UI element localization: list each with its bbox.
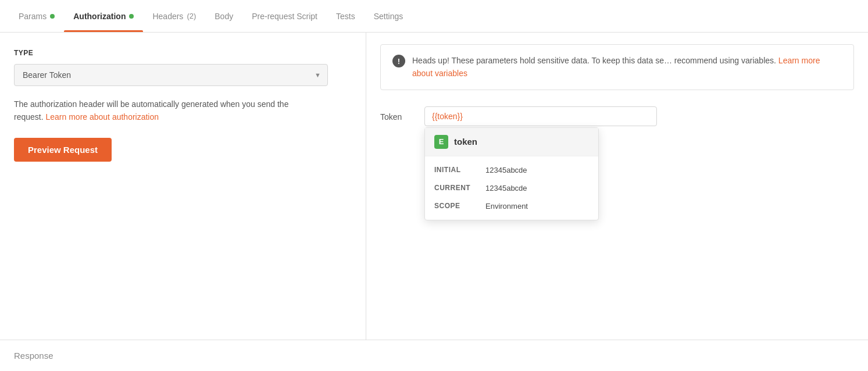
response-section: Response xyxy=(0,340,868,371)
warning-text: Heads up! These parameters hold sensitiv… xyxy=(412,54,842,80)
tab-pre-request-script[interactable]: Pre-request Script xyxy=(242,0,327,32)
tab-body[interactable]: Body xyxy=(205,0,242,32)
warning-icon: ! xyxy=(392,55,405,67)
type-label: TYPE xyxy=(14,49,352,57)
tab-params-label: Params xyxy=(19,12,47,21)
tab-bar: Params Authorization Headers (2) Body Pr… xyxy=(0,0,868,33)
headers-badge: (2) xyxy=(187,12,196,20)
env-badge: E xyxy=(434,135,448,149)
type-select[interactable]: Bearer Token No Auth API Key Basic Auth … xyxy=(14,64,328,86)
tab-body-label: Body xyxy=(215,12,233,21)
tab-params[interactable]: Params xyxy=(9,0,64,32)
autocomplete-initial-row: INITIAL 12345abcde xyxy=(425,161,598,179)
right-panel: ! Heads up! These parameters hold sensit… xyxy=(366,33,868,340)
tab-headers-label: Headers xyxy=(152,12,183,21)
current-value: 12345abcde xyxy=(485,184,527,192)
app-container: Params Authorization Headers (2) Body Pr… xyxy=(0,0,868,371)
autocomplete-dropdown: E token INITIAL 12345abcde CURRENT 12345… xyxy=(424,127,599,220)
tab-authorization[interactable]: Authorization xyxy=(64,0,143,32)
tab-settings-label: Settings xyxy=(374,12,403,21)
description-text: The authorization header will be automat… xyxy=(14,98,316,124)
scope-key-label: SCOPE xyxy=(434,202,481,210)
learn-more-variables-link[interactable]: Learn more about variables xyxy=(412,56,820,78)
tab-headers[interactable]: Headers (2) xyxy=(143,0,205,32)
learn-more-authorization-link[interactable]: Learn more about authorization xyxy=(45,112,159,122)
initial-key-label: INITIAL xyxy=(434,166,481,174)
warning-box: ! Heads up! These parameters hold sensit… xyxy=(380,44,854,90)
autocomplete-current-row: CURRENT 12345abcde xyxy=(425,179,598,197)
scope-value: Environment xyxy=(485,202,528,211)
token-label: Token xyxy=(380,106,415,122)
main-content: TYPE Bearer Token No Auth API Key Basic … xyxy=(0,33,868,340)
preview-request-button[interactable]: Preview Request xyxy=(14,138,112,162)
token-input[interactable] xyxy=(424,106,657,126)
token-input-wrapper: E token INITIAL 12345abcde CURRENT 12345… xyxy=(424,106,657,126)
authorization-dot xyxy=(129,14,134,19)
type-select-wrapper[interactable]: Bearer Token No Auth API Key Basic Auth … xyxy=(14,64,328,86)
tab-tests[interactable]: Tests xyxy=(327,0,365,32)
autocomplete-scope-row: SCOPE Environment xyxy=(425,197,598,215)
current-key-label: CURRENT xyxy=(434,184,481,192)
tab-tests-label: Tests xyxy=(336,12,355,21)
autocomplete-var-name: token xyxy=(454,137,477,147)
autocomplete-details: INITIAL 12345abcde CURRENT 12345abcde SC… xyxy=(425,156,598,220)
params-dot xyxy=(50,14,55,19)
autocomplete-header: E token xyxy=(425,128,598,156)
tab-settings[interactable]: Settings xyxy=(365,0,413,32)
response-label: Response xyxy=(14,351,53,361)
token-row: Token E token INITIAL 12345abcde xyxy=(380,106,854,126)
left-panel: TYPE Bearer Token No Auth API Key Basic … xyxy=(0,33,366,340)
tab-pre-request-label: Pre-request Script xyxy=(252,12,317,21)
initial-value: 12345abcde xyxy=(485,166,527,174)
tab-authorization-label: Authorization xyxy=(73,12,126,21)
